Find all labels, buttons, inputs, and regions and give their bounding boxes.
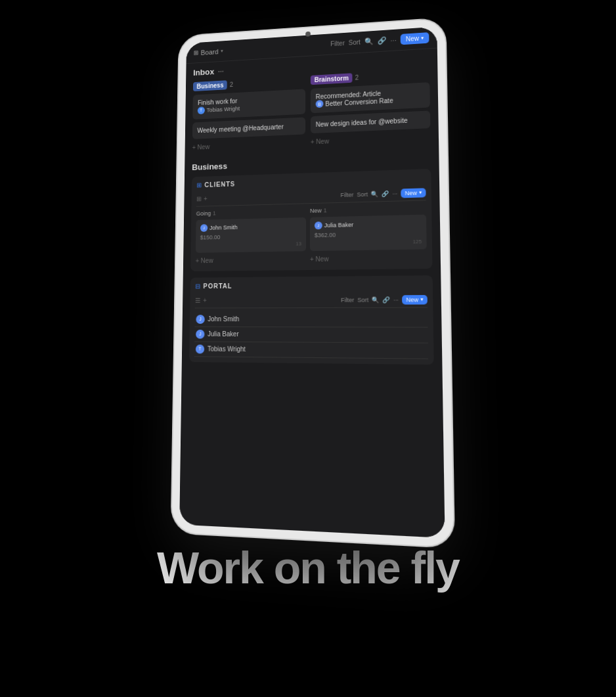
- card-text-2: Weekly meeting @Headquarter: [197, 122, 300, 134]
- brainstorm-card-text-2: New design ideas for @website: [316, 116, 425, 128]
- clients-new-button[interactable]: New ▾: [401, 188, 426, 198]
- john-amount: $150.00: [200, 232, 301, 240]
- business-section-title: Business: [192, 153, 431, 171]
- portal-view-icons: ☰ +: [195, 297, 207, 304]
- portal-julia-name: Julia Baker: [208, 330, 238, 338]
- filter-button[interactable]: Filter: [330, 39, 345, 47]
- portal-list: J John Smith J Julia Baker T Tobias Wrig…: [194, 311, 428, 359]
- new-col: New 1 J Julia Baker $362.00: [310, 204, 427, 265]
- portal-search-icon[interactable]: 🔍: [372, 296, 379, 303]
- clients-icon: ⊞: [196, 181, 202, 189]
- inbox-brainstorm-card-2[interactable]: New design ideas for @website: [311, 110, 430, 133]
- more-icon[interactable]: ···: [390, 36, 396, 44]
- add-view-icon[interactable]: +: [204, 195, 208, 202]
- board-label: ⊞ Board ▾: [194, 47, 223, 56]
- inbox-card-2[interactable]: Weekly meeting @Headquarter: [192, 117, 305, 139]
- clients-link-icon[interactable]: 🔗: [382, 190, 389, 196]
- clients-new-arrow: ▾: [419, 189, 422, 195]
- clients-filter[interactable]: Filter: [340, 191, 353, 198]
- search-icon[interactable]: 🔍: [364, 37, 374, 46]
- julia-avatar: J: [315, 221, 322, 229]
- client-card-john[interactable]: J John Smith $150.00 13: [196, 217, 306, 252]
- table-view-icon[interactable]: ⊞: [196, 195, 202, 202]
- brainstorm-col-header: Brainstorm 2: [311, 69, 429, 85]
- john-id: 13: [200, 240, 302, 248]
- link-icon[interactable]: 🔗: [378, 36, 387, 45]
- clients-more-icon[interactable]: ···: [392, 190, 397, 196]
- board-icon: ⊞: [194, 49, 198, 56]
- john-name-row: J John Smith: [200, 221, 301, 231]
- going-label: Going: [196, 210, 211, 216]
- clients-title: CLIENTS: [204, 180, 235, 188]
- brainstorm-add-new[interactable]: + New: [311, 131, 431, 147]
- going-col: Going 1 J John Smith $150.00: [196, 208, 306, 266]
- app-screen: ⊞ Board ▾ Filter Sort 🔍 🔗 ··· New ▾: [179, 27, 445, 539]
- julia-name: Julia Baker: [324, 221, 354, 229]
- portal-item-john[interactable]: J John Smith: [194, 311, 428, 327]
- inbox-kanban: Business 2 Finish work for T Tobias Wrig…: [192, 69, 431, 153]
- going-count: 1: [213, 210, 216, 216]
- business-section: Business ⊞ CLIENTS ⊞ +: [189, 153, 433, 364]
- john-name: John Smith: [209, 224, 238, 231]
- portal-new-button[interactable]: New ▾: [402, 295, 428, 305]
- clients-sort[interactable]: Sort: [357, 191, 368, 197]
- portal-new-arrow: ▾: [420, 296, 423, 302]
- new-col-header: New 1: [310, 204, 426, 214]
- portal-tobias-name: Tobias Wright: [208, 346, 246, 353]
- clients-subsection: ⊞ CLIENTS ⊞ + Filter: [190, 168, 432, 271]
- clients-new-label: New: [405, 189, 417, 196]
- brainstorm-col-label: Brainstorm: [311, 73, 353, 85]
- going-col-header: Going 1: [196, 208, 306, 217]
- tablet-screen: ⊞ Board ▾ Filter Sort 🔍 🔗 ··· New ▾: [179, 27, 445, 539]
- tablet-device: ⊞ Board ▾ Filter Sort 🔍 🔗 ··· New ▾: [170, 20, 446, 532]
- portal-john-name: John Smith: [208, 315, 239, 323]
- assignee-name: Tobias Wright: [207, 105, 240, 113]
- clients-search-icon[interactable]: 🔍: [371, 191, 378, 197]
- brainstorm-col-count: 2: [355, 74, 359, 81]
- new-button[interactable]: New ▾: [401, 32, 429, 45]
- business-col-label: Business: [193, 80, 227, 91]
- main-content[interactable]: Inbox ··· Business 2 Finish work for: [179, 49, 445, 538]
- board-text[interactable]: Board: [201, 47, 219, 56]
- inbox-dots: ···: [218, 67, 224, 76]
- new-add-new[interactable]: + New: [310, 252, 427, 265]
- portal-more-icon[interactable]: ···: [393, 296, 399, 303]
- inbox-card-1[interactable]: Finish work for T Tobias Wright: [192, 89, 305, 119]
- new-label: New: [310, 207, 322, 214]
- inbox-business-col: Business 2 Finish work for T Tobias Wrig…: [192, 76, 306, 152]
- client-card-julia[interactable]: J Julia Baker $362.00 125: [310, 214, 427, 251]
- julia-name-row: J Julia Baker: [315, 219, 422, 229]
- portal-header: ⊟ PORTAL: [195, 281, 427, 290]
- portal-title: PORTAL: [203, 282, 232, 289]
- portal-add-view-icon[interactable]: +: [203, 297, 207, 304]
- portal-actions: Filter Sort 🔍 🔗 ··· New ▾: [341, 295, 428, 305]
- card-assignee-1: T Tobias Wright: [198, 104, 240, 114]
- toolbar-actions: Filter Sort 🔍 🔗 ··· New ▾: [330, 32, 429, 49]
- portal-list-view-icon[interactable]: ☰: [195, 297, 201, 304]
- portal-filter[interactable]: Filter: [341, 296, 354, 303]
- new-count: 1: [324, 207, 327, 214]
- inbox-brainstorm-col: Brainstorm 2 Recommended: Article B Bett…: [311, 69, 431, 148]
- card-text-1: Finish work for: [198, 94, 300, 106]
- clients-kanban: Going 1 J John Smith $150.00: [196, 204, 427, 266]
- clients-toolbar: ⊞ + Filter Sort 🔍 🔗 ···: [196, 185, 426, 207]
- business-col-header: Business 2: [193, 76, 305, 91]
- new-btn-arrow: ▾: [421, 35, 424, 41]
- portal-sort[interactable]: Sort: [357, 296, 368, 303]
- business-add-new[interactable]: + New: [192, 137, 306, 152]
- portal-link-icon[interactable]: 🔗: [383, 296, 390, 303]
- portal-john-avatar: J: [196, 315, 204, 324]
- portal-item-tobias[interactable]: T Tobias Wright: [194, 342, 428, 359]
- clients-actions: Filter Sort 🔍 🔗 ··· New ▾: [340, 188, 426, 200]
- business-col-count: 2: [230, 81, 233, 89]
- sort-button[interactable]: Sort: [349, 39, 361, 47]
- portal-icon: ⊟: [195, 282, 200, 290]
- julia-amount: $362.00: [315, 230, 422, 238]
- tablet-outer-shell: ⊞ Board ▾ Filter Sort 🔍 🔗 ··· New ▾: [171, 18, 453, 547]
- portal-tobias-avatar: T: [196, 344, 204, 353]
- portal-julia-avatar: J: [196, 329, 204, 338]
- going-add-new[interactable]: + New: [196, 254, 306, 266]
- brainstorm-avatar: B: [316, 100, 324, 108]
- portal-item-julia[interactable]: J Julia Baker: [194, 326, 428, 343]
- inbox-brainstorm-card-1[interactable]: Recommended: Article B Better Conversion…: [311, 82, 430, 113]
